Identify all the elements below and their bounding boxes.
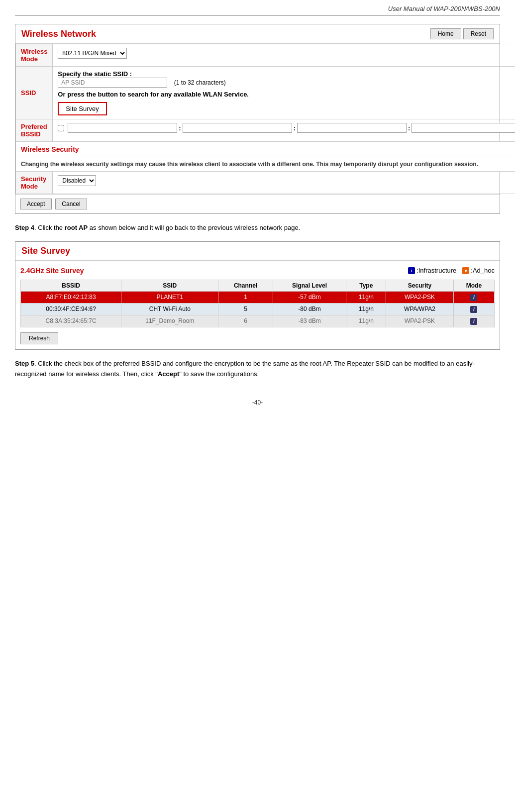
bssid-sep-3: : — [408, 124, 410, 132]
bssid-sep-2: : — [294, 124, 296, 132]
page-header: User Manual of WAP-200N/WBS-200N — [15, 5, 500, 16]
ssid-static-label: Specify the static SSID : — [58, 70, 132, 78]
legend-adhoc: ● :Ad_hoc — [462, 267, 495, 274]
site-survey-button[interactable]: Site Survey — [58, 102, 106, 115]
survey-legend-right: i :Infrastructure ● :Ad_hoc — [408, 267, 495, 274]
col-signal: Signal Level — [273, 280, 346, 291]
col-type: Type — [346, 280, 386, 291]
adhoc-icon: ● — [462, 267, 469, 274]
ssid-char-note: (1 to 32 characters) — [174, 79, 226, 86]
accept-button[interactable]: Accept — [20, 199, 52, 209]
panel-title: Wireless Network — [21, 29, 96, 39]
bssid-octet-1[interactable] — [68, 123, 177, 133]
legend-infra: i :Infrastructure — [408, 267, 456, 274]
step5-bold: Step 5 — [15, 360, 34, 367]
survey-header-row: BSSID SSID Channel Signal Level Type Sec… — [21, 280, 495, 291]
site-survey-panel: Site Survey 2.4GHz Site Survey i :Infras… — [15, 241, 500, 350]
warning-row: Changing the wireless security settings … — [16, 157, 515, 172]
survey-table-body: A8:F7:E0:42:12:83PLANET11-57 dBm11g/nWPA… — [21, 291, 495, 327]
col-mode: Mode — [453, 280, 494, 291]
wireless-network-panel: Wireless Network Home Reset Wireless Mod… — [15, 24, 500, 214]
header-title: User Manual of WAP-200N/WBS-200N — [388, 5, 500, 12]
bssid-octet-3[interactable] — [297, 123, 407, 133]
bssid-label: Prefered BSSID — [16, 119, 53, 142]
survey-table-head: BSSID SSID Channel Signal Level Type Sec… — [21, 280, 495, 291]
home-button[interactable]: Home — [430, 28, 461, 39]
wireless-security-header-row: Wireless Security — [16, 142, 515, 157]
info-icon[interactable]: i — [470, 294, 477, 301]
adhoc-label: :Ad_hoc — [471, 267, 495, 274]
bssid-checkbox[interactable] — [58, 125, 64, 131]
ssid-or-press: Or press the button to search for any av… — [58, 91, 515, 98]
step4-bold-rootap: root AP — [65, 224, 88, 231]
step5-accept-bold: Accept — [158, 370, 179, 378]
ssid-cell: Specify the static SSID : (1 to 32 chara… — [53, 67, 515, 119]
bssid-cell: : : : : : — [53, 119, 515, 142]
step4-text-end: as shown below and it will go back to th… — [88, 224, 300, 231]
bssid-row: Prefered BSSID : : : : : — [16, 119, 515, 142]
survey-body: 2.4GHz Site Survey i :Infrastructure ● :… — [15, 261, 500, 349]
page-footer: -40- — [15, 399, 500, 406]
infra-label: :Infrastructure — [416, 267, 456, 274]
step4-bold-step: Step 4 — [15, 224, 34, 231]
step4-text: Step 4. Click the root AP as shown below… — [15, 223, 500, 233]
site-survey-title: Site Survey — [21, 246, 70, 256]
survey-table: BSSID SSID Channel Signal Level Type Sec… — [20, 280, 495, 327]
warning-text: Changing the wireless security settings … — [16, 157, 515, 172]
security-mode-row: Security Mode Disabled — [16, 172, 515, 194]
info-icon[interactable]: i — [470, 306, 477, 313]
ssid-label: SSID — [16, 67, 53, 119]
survey-frequency-label: 2.4GHz Site Survey — [20, 267, 84, 275]
col-security: Security — [386, 280, 454, 291]
info-icon[interactable]: i — [470, 318, 477, 325]
ssid-row: SSID Specify the static SSID : (1 to 32 … — [16, 67, 515, 119]
panel-title-bar: Wireless Network Home Reset — [15, 24, 500, 44]
wireless-form-table: Wireless Mode 802.11 B/G/N Mixed SSID Sp… — [15, 44, 515, 194]
wireless-mode-row: Wireless Mode 802.11 B/G/N Mixed — [16, 44, 515, 67]
refresh-button[interactable]: Refresh — [20, 332, 58, 344]
ssid-input[interactable] — [58, 78, 167, 88]
panel-nav-buttons: Home Reset — [430, 28, 494, 39]
wireless-mode-cell: 802.11 B/G/N Mixed — [53, 44, 515, 67]
wireless-mode-select[interactable]: 802.11 B/G/N Mixed — [58, 48, 127, 59]
col-channel: Channel — [218, 280, 273, 291]
bssid-octet-4[interactable] — [412, 123, 515, 133]
table-row[interactable]: C8:3A:35:24:65:7C11F_Demo_Room6-83 dBm11… — [21, 315, 495, 327]
page-number: -40- — [252, 399, 263, 406]
site-survey-title-bar: Site Survey — [15, 242, 500, 261]
security-mode-select[interactable]: Disabled — [58, 175, 96, 186]
survey-legend: 2.4GHz Site Survey i :Infrastructure ● :… — [20, 267, 495, 275]
table-row[interactable]: A8:F7:E0:42:12:83PLANET11-57 dBm11g/nWPA… — [21, 291, 495, 303]
accept-cancel-row: Accept Cancel — [15, 194, 500, 213]
security-mode-label: Security Mode — [16, 172, 53, 194]
reset-button[interactable]: Reset — [463, 28, 494, 39]
col-bssid: BSSID — [21, 280, 121, 291]
wireless-security-section-label: Wireless Security — [16, 142, 515, 157]
infra-icon: i — [408, 267, 415, 274]
step5-text: Step 5. Click the check box of the prefe… — [15, 359, 500, 380]
security-mode-cell: Disabled — [53, 172, 515, 194]
bssid-sep-1: : — [179, 124, 181, 132]
col-ssid: SSID — [121, 280, 218, 291]
bssid-inputs: : : : : : — [58, 123, 515, 133]
bssid-octet-2[interactable] — [183, 123, 292, 133]
step4-text-after: . Click the — [34, 224, 65, 231]
cancel-button[interactable]: Cancel — [55, 199, 87, 209]
wireless-mode-label: Wireless Mode — [16, 44, 53, 67]
step5-text-content: . Click the check box of the preferred B… — [15, 360, 475, 378]
table-row[interactable]: 00:30:4F:CE:94:6?CHT Wi-Fi Auto5-80 dBm1… — [21, 303, 495, 315]
